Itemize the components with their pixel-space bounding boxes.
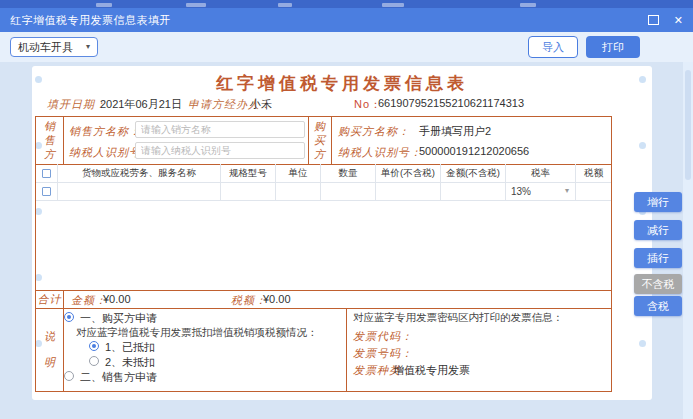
divider (36, 200, 611, 201)
col-header-unit: 单位 (276, 164, 321, 182)
deduction-caption: 对应蓝字增值税专用发票抵扣增值税销项税额情况： (76, 326, 318, 340)
toolbar: 机动车开具 ▾ 导入 打印 (0, 32, 693, 62)
divider (346, 308, 347, 391)
remove-row-button[interactable]: 减行 (634, 220, 682, 240)
total-tax-label: 税额： (231, 293, 267, 308)
minimize-icon[interactable] (648, 15, 659, 25)
blue-invoice-info-title: 对应蓝字专用发票密码区内打印的发票信息： (353, 311, 563, 325)
col-header-item-name: 货物或应税劳务、服务名称 (58, 164, 221, 182)
row1-tax-amount-cell[interactable] (576, 182, 611, 200)
excl-tax-toggle[interactable]: 不含税 (634, 274, 682, 294)
invoice-number-label: 发票号码： (353, 346, 413, 361)
invoice-code-label: 发票代码： (353, 329, 413, 344)
totals-group-label: 合计 (38, 292, 62, 307)
row1-checkbox[interactable] (42, 187, 51, 196)
buyer-taxid-value: 500000191212020656 (419, 145, 529, 157)
radio-not-deducted-label: 2、未抵扣 (105, 355, 155, 370)
form-no-value: 661907952155210621174313 (378, 97, 524, 109)
invoice-type-value: 机动车开具 (18, 40, 73, 55)
col-header-qty: 数量 (321, 164, 376, 182)
binder-hole (639, 340, 646, 347)
total-tax-value: ¥0.00 (263, 293, 291, 305)
total-amount-value: ¥0.00 (103, 293, 131, 305)
col-header-tax-amount: 税额 (576, 164, 611, 182)
dialog-titlebar: 红字增值税专用发票信息表填开 ✕ (0, 8, 693, 32)
chevron-down-icon: ▾ (86, 43, 90, 51)
divider (63, 290, 64, 308)
tax-rate-value: 13% (511, 186, 531, 197)
binder-hole (639, 142, 646, 149)
radio-seller-apply[interactable] (64, 371, 74, 381)
col-header-unit-price: 单价(不含税) (376, 164, 441, 182)
divider (36, 290, 611, 291)
divider (63, 117, 64, 164)
incl-tax-toggle[interactable]: 含税 (634, 296, 682, 316)
invoice-type-dropdown[interactable]: 机动车开具 ▾ (10, 37, 98, 57)
chevron-down-icon: ▾ (565, 187, 569, 195)
buyer-name-label: 购买方名称： (338, 124, 410, 139)
row1-amount-cell[interactable] (441, 182, 506, 200)
fill-date-label: 填开日期： (47, 97, 107, 112)
col-header-amount: 金额(不含税) (441, 164, 506, 182)
scrollbar-thumb[interactable] (685, 70, 691, 180)
background-remnant (278, 3, 292, 7)
row1-select-cell (36, 182, 58, 200)
agent-value: 小禾 (250, 97, 272, 112)
invoice-form-card: 红字增值税专用发票信息表 填开日期： 2021年06月21日 申请方经办人： 小… (32, 66, 652, 400)
divider (331, 117, 332, 164)
seller-name-input[interactable] (135, 121, 305, 138)
tax-rate-select[interactable]: 13% ▾ (506, 182, 575, 200)
row1-unit-price-cell[interactable] (376, 182, 441, 200)
buyer-taxid-label: 纳税人识别号： (338, 145, 422, 160)
row1-spec-cell[interactable] (221, 182, 276, 200)
buyer-name-value: 手册填写用户2 (419, 124, 491, 139)
background-remnant (382, 3, 404, 7)
divider (36, 308, 611, 309)
insert-row-button[interactable]: 插行 (634, 248, 682, 268)
radio-buyer-apply[interactable] (64, 312, 74, 322)
background-remnant (520, 3, 536, 7)
dialog-title: 红字增值税专用发票信息表填开 (10, 13, 648, 28)
background-window-strip (0, 0, 693, 8)
fill-date-value: 2021年06月21日 (100, 97, 182, 112)
totals-group: 合计 (36, 290, 63, 308)
invoice-table: 销售方 销售方名称： 纳税人识别号： 购买方 购买方名称： 手册填写用户2 纳税… (35, 116, 612, 392)
invoice-kind-value: 增值税专用发票 (393, 363, 470, 378)
notes-group-label: 说明 (43, 324, 56, 376)
col-header-spec: 规格型号 (221, 164, 276, 182)
print-button[interactable]: 打印 (586, 36, 640, 58)
import-button[interactable]: 导入 (528, 36, 578, 58)
radio-not-deducted[interactable] (89, 356, 99, 366)
row1-item-name-cell[interactable] (58, 182, 221, 200)
buyer-group: 购买方 (308, 117, 331, 164)
select-all-cell (36, 164, 58, 182)
scrollbar[interactable] (683, 62, 693, 419)
total-amount-label: 金额： (71, 293, 107, 308)
background-remnant (96, 3, 112, 7)
seller-name-label: 销售方名称： (69, 124, 141, 139)
seller-group: 销售方 (36, 117, 63, 164)
select-all-checkbox[interactable] (42, 169, 51, 178)
row1-qty-cell[interactable] (321, 182, 376, 200)
add-row-button[interactable]: 增行 (634, 192, 682, 212)
radio-deducted[interactable] (89, 341, 99, 351)
row1-tax-rate-cell[interactable]: 13% ▾ (506, 182, 576, 200)
close-icon[interactable]: ✕ (674, 15, 683, 26)
radio-deducted-label: 1、已抵扣 (105, 340, 155, 355)
buyer-group-label: 购买方 (313, 120, 326, 162)
seller-taxid-input[interactable] (135, 142, 305, 159)
row1-unit-cell[interactable] (276, 182, 321, 200)
col-header-tax-rate: 税率 (506, 164, 576, 182)
background-remnant (186, 3, 206, 7)
seller-group-label: 销售方 (43, 120, 56, 162)
form-title: 红字增值税专用发票信息表 (32, 72, 652, 95)
notes-group: 说明 (36, 308, 63, 391)
radio-seller-apply-label: 二、销售方申请 (80, 370, 157, 385)
radio-buyer-apply-label: 一、购买方申请 (80, 311, 157, 326)
